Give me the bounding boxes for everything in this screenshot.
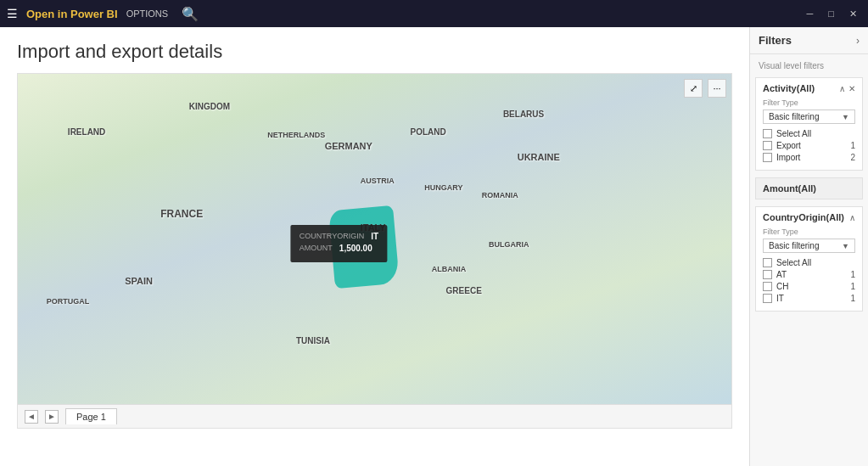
activity-export-checkbox[interactable] [763,141,772,150]
countryorigin-card-controls: ∧ [849,213,855,222]
map-tooltip: COUNTRYORIGIN IT AMOUNT 1,500.00 [291,225,387,262]
report-canvas: Amount by CountryOrigin KINGDOM IRELAND … [17,73,732,429]
window-controls: ─ □ ✕ [803,7,861,21]
map-controls: ⤢ ··· [684,79,726,98]
map-label-kingdom: KINGDOM [189,102,230,111]
countryorigin-select-all-item: Select All [763,258,855,267]
activity-select-all-label: Select All [776,129,811,138]
activity-card-title: Activity(All) [763,83,815,93]
tooltip-amount-val: 1,500.00 [339,244,372,253]
activity-export-label: Export [776,141,801,150]
amount-card-title: Amount(All) [763,183,816,194]
countryorigin-at-count: 1 [850,270,855,279]
activity-filter-type-label: Filter Type [763,98,855,107]
amount-filter-card: Amount(All) [755,177,863,199]
filters-title: Filters [759,34,792,47]
map-label-france: FRANCE [160,208,203,220]
activity-import-count: 2 [850,153,855,162]
activity-card-controls: ∧ ✕ [839,84,855,93]
activity-import-checkbox[interactable] [763,153,772,162]
countryorigin-card-title: CountryOrigin(All) [763,212,844,222]
activity-filter-dropdown[interactable]: Basic filtering ▼ [763,109,855,124]
brand-label: Open in Power BI [26,8,118,20]
countryorigin-filter-dropdown-arrow: ▼ [842,242,849,250]
countryorigin-ch-label: CH [776,282,788,291]
filters-section-label: Visual level filters [750,54,868,74]
activity-filter-dropdown-arrow: ▼ [842,113,849,121]
close-button[interactable]: ✕ [845,7,861,21]
countryorigin-it-checkbox[interactable] [763,294,772,303]
map-label-austria: AUSTRIA [361,177,395,185]
countryorigin-select-all-checkbox[interactable] [763,258,772,267]
options-menu[interactable]: OPTIONS [126,8,169,19]
search-area: 🔍 [182,6,199,22]
map-label-bulgaria: BULGARIA [489,240,529,249]
countryorigin-ch-item: CH 1 [763,282,855,291]
map-visual[interactable]: KINGDOM IRELAND NETHERLANDS GERMANY POLA… [18,74,731,428]
filters-collapse-button[interactable]: › [856,35,860,47]
tooltip-amount-key: AMOUNT [300,244,333,253]
countryorigin-filter-dropdown-text: Basic filtering [769,241,819,250]
activity-select-all-checkbox[interactable] [763,129,772,138]
map-label-romania: ROMANIA [482,191,518,199]
filters-panel: Filters › Visual level filters Activity(… [749,27,868,466]
map-label-tunisia: TUNISIA [296,336,330,345]
title-bar: ☰ Open in Power BI OPTIONS 🔍 ─ □ ✕ [0,0,868,27]
map-label-germany: GERMANY [325,141,372,151]
tooltip-country-key: COUNTRYORIGIN [300,232,364,241]
activity-close-icon[interactable]: ✕ [848,84,855,93]
page-next-button[interactable]: ► [45,410,59,424]
map-label-poland: POLAND [411,127,446,137]
filters-header: Filters › [750,27,868,54]
activity-export-count: 1 [850,141,855,150]
page-prev-button[interactable]: ◄ [25,410,38,424]
map-label-netherlands: NETHERLANDS [267,131,325,139]
countryorigin-collapse-icon[interactable]: ∧ [849,213,855,222]
search-icon[interactable]: 🔍 [182,7,199,21]
map-more-button[interactable]: ··· [708,79,726,98]
map-label-portugal: PORTUGAL [47,297,90,306]
hamburger-icon[interactable]: ☰ [7,7,18,20]
maximize-button[interactable]: □ [824,7,838,21]
countryorigin-it-count: 1 [850,294,855,303]
map-label-albania: ALBANIA [432,265,467,273]
page-footer: ◄ ► Page 1 [18,404,731,428]
countryorigin-it-label: IT [776,294,784,303]
countryorigin-at-item: AT 1 [763,270,855,279]
countryorigin-select-all-label: Select All [776,258,811,267]
map-label-ukraine: UKRAINE [518,152,560,162]
countryorigin-at-checkbox[interactable] [763,270,772,279]
activity-import-item: Import 2 [763,153,855,162]
page-title: Import and export details [17,41,732,63]
activity-export-item: Export 1 [763,141,855,150]
countryorigin-at-label: AT [776,270,787,279]
map-label-hungary: HUNGARY [424,183,462,192]
countryorigin-card-header: CountryOrigin(All) ∧ [763,212,855,222]
content-area: Import and export details Amount by Coun… [0,27,749,466]
countryorigin-ch-count: 1 [850,282,855,291]
activity-filter-dropdown-text: Basic filtering [769,112,819,121]
countryorigin-filter-dropdown[interactable]: Basic filtering ▼ [763,239,855,253]
countryorigin-filter-type-label: Filter Type [763,227,855,236]
countryorigin-it-item: IT 1 [763,294,855,303]
page-tab-1[interactable]: Page 1 [65,408,117,424]
countryorigin-filter-card: CountryOrigin(All) ∧ Filter Type Basic f… [755,206,863,312]
activity-import-label: Import [776,153,800,162]
map-expand-button[interactable]: ⤢ [684,79,703,98]
tooltip-country-val: IT [371,232,378,241]
countryorigin-ch-checkbox[interactable] [763,282,772,291]
activity-collapse-icon[interactable]: ∧ [839,84,845,93]
activity-filter-card: Activity(All) ∧ ✕ Filter Type Basic filt… [755,77,863,171]
map-label-belarus: BELARUS [503,109,544,119]
map-label-ireland: IRELAND [68,127,105,137]
activity-card-header: Activity(All) ∧ ✕ [763,83,855,93]
minimize-button[interactable]: ─ [803,7,818,21]
activity-select-all-item: Select All [763,129,855,138]
map-label-greece: GREECE [446,286,482,295]
main-area: Import and export details Amount by Coun… [0,27,868,466]
map-label-spain: SPAIN [125,276,153,286]
